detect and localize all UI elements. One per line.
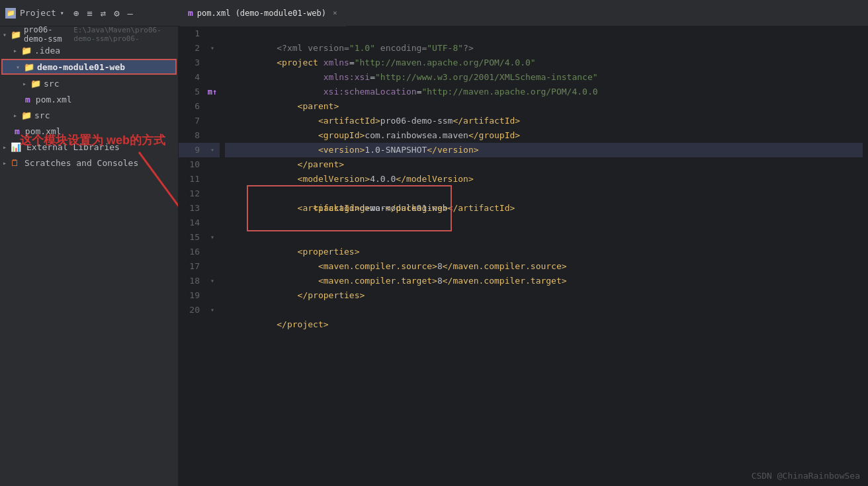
chevron-right-icon	[13, 112, 17, 119]
sidebar-item-scratches[interactable]: 🗒 Scratches and Consoles	[0, 155, 178, 171]
sidebar-item-src[interactable]: 📁 src	[0, 107, 178, 123]
sidebar-item-src-sub[interactable]: 📁 src	[0, 75, 178, 91]
chevron-right-icon	[3, 159, 7, 167]
sidebar-item-demo-module01-web[interactable]: 📁 demo-module01-web	[1, 59, 177, 75]
code-line-13: <packaging>war</packaging>	[225, 201, 863, 216]
title-bar-left: 📁 Project ▾ ⊕ ≡ ⇄ ⚙ —	[5, 8, 164, 19]
chevron-right-icon	[3, 143, 7, 151]
add-icon[interactable]: ⊕	[73, 8, 79, 19]
editor-area: 1 2 3 4 5 6 7 8 9 10 11 12 13 14 15 16 1…	[179, 26, 868, 486]
sidebar-item-label: pom.xml	[36, 95, 72, 104]
list-icon[interactable]: ≡	[87, 8, 92, 19]
sidebar-item-pom-sub[interactable]: m pom.xml	[0, 91, 178, 107]
code-line-1: <?xml version="1.0" encoding="UTF-8"?>	[225, 26, 863, 41]
maven-file-icon: m	[188, 8, 193, 18]
watermark: CSDN @ChinaRainbowSea	[752, 471, 860, 481]
settings-icon[interactable]: ⚙	[114, 8, 119, 19]
maven-upgrade-icon: m↑	[208, 87, 217, 97]
sidebar-item-idea[interactable]: 📁 .idea	[0, 42, 178, 58]
code-line-15: <properties>	[225, 230, 863, 245]
gutter: ▾ m↑ ▾ ▾ ▾ ▾	[205, 26, 220, 486]
project-folder-icon: 📁	[5, 8, 16, 19]
sidebar-item-pom[interactable]: m pom.xml	[0, 123, 178, 139]
maven-icon: m	[25, 95, 30, 104]
chevron-down-icon	[16, 63, 20, 71]
sidebar-item-label: Scratches and Consoles	[24, 158, 138, 168]
sidebar-item-label: pro06-demo-ssm	[24, 26, 67, 44]
sidebar: 📁 pro06-demo-ssm E:\Java\Maven\pro06-dem…	[0, 26, 179, 486]
sidebar-item-label: External Libraries	[26, 142, 120, 152]
line-numbers: 1 2 3 4 5 6 7 8 9 10 11 12 13 14 15 16 1…	[179, 26, 205, 486]
sidebar-item-path: E:\Java\Maven\pro06-demo-ssm\pro06-	[73, 26, 173, 43]
code-content[interactable]: <?xml version="1.0" encoding="UTF-8"?> <…	[220, 26, 868, 486]
folder-icon: 📁	[24, 62, 34, 72]
sidebar-item-label: src	[44, 79, 59, 89]
code-line-20: </project>	[225, 303, 863, 317]
title-icons: ⊕ ≡ ⇄ ⚙ —	[73, 8, 133, 19]
maven-icon: m	[15, 126, 20, 136]
tab-close-button[interactable]: ×	[333, 9, 337, 17]
chevron-right-icon	[13, 47, 17, 54]
pom-xml-tab[interactable]: m pom.xml (demo-module01-web) ×	[180, 0, 346, 26]
libraries-icon: 📊	[11, 142, 21, 152]
sidebar-item-label: src	[34, 110, 50, 120]
folder-icon: 📁	[21, 46, 32, 56]
tab-label: pom.xml (demo-module01-web)	[197, 9, 326, 18]
sidebar-item-label: demo-module01-web	[37, 62, 125, 72]
sync-icon[interactable]: ⇄	[101, 8, 106, 19]
tab-bar: m pom.xml (demo-module01-web) ×	[169, 0, 863, 26]
chevron-right-icon	[22, 80, 26, 87]
sidebar-item-label: pom.xml	[25, 126, 62, 136]
sidebar-item-label: .idea	[34, 46, 60, 56]
folder-icon: 📁	[21, 110, 32, 120]
code-container: 1 2 3 4 5 6 7 8 9 10 11 12 13 14 15 16 1…	[179, 26, 868, 486]
project-dropdown-icon[interactable]: ▾	[60, 9, 64, 17]
folder-icon: 📁	[30, 79, 41, 89]
scratches-icon: 🗒	[11, 158, 19, 168]
project-title[interactable]: Project	[20, 8, 56, 18]
sidebar-item-pro06[interactable]: 📁 pro06-demo-ssm E:\Java\Maven\pro06-dem…	[0, 26, 178, 42]
sidebar-item-external-libraries[interactable]: 📊 External Libraries	[0, 139, 178, 155]
chevron-down-icon	[3, 31, 7, 38]
minimize-icon[interactable]: —	[128, 8, 133, 19]
folder-icon: 📁	[11, 30, 21, 40]
title-bar: 📁 Project ▾ ⊕ ≡ ⇄ ⚙ — m pom.xml (demo-mo…	[0, 0, 868, 26]
main-content: 📁 pro06-demo-ssm E:\Java\Maven\pro06-dem…	[0, 26, 868, 486]
